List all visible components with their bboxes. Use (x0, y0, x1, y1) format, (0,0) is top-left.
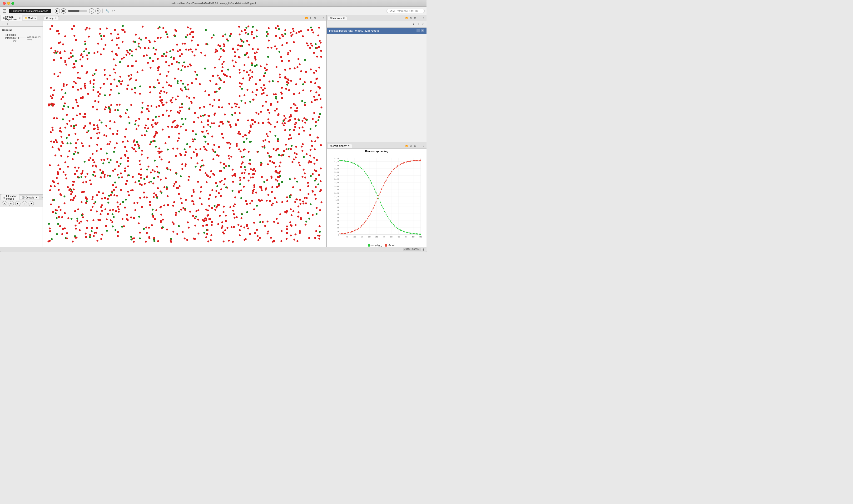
tab-models-label: Models (28, 17, 36, 19)
step-button[interactable]: ⏭ (61, 8, 66, 14)
map-close-icon[interactable]: ✕ (55, 17, 57, 19)
mon-maximize-btn[interactable]: □ (422, 16, 425, 20)
mon-btn2[interactable]: ⊞ (409, 16, 413, 20)
close-button[interactable] (3, 2, 6, 5)
a2-icon: A⃞ (10, 202, 12, 205)
console-btn-a2[interactable]: A⃞ (8, 201, 14, 206)
mon-ctrl-reload[interactable]: ↺ (417, 22, 420, 26)
rate-close-btn[interactable]: ✕ (421, 29, 424, 32)
tab-models[interactable]: 📁 Models (23, 16, 37, 20)
console-btn-a[interactable]: A (2, 201, 7, 206)
back-button[interactable]: ↩ (111, 8, 116, 13)
svg-point-94 (354, 163, 355, 164)
svg-text:100: 100 (337, 230, 339, 232)
mon-minimize-btn[interactable]: − (417, 16, 421, 20)
chart-maximize-btn[interactable]: □ (422, 144, 425, 148)
mon-ctrl-pause[interactable]: ⏸ (412, 22, 416, 26)
svg-text:200: 200 (337, 227, 339, 229)
left-panel-content: General Nb people infected at init 0005 … (0, 26, 42, 194)
search-input[interactable] (386, 9, 424, 13)
svg-point-96 (355, 164, 356, 165)
console-label: Console (25, 196, 34, 199)
chart-panel: ⊞ chart_display ✕ 📶 ⊞ ⊡ − □ Disease spre… (327, 143, 426, 247)
mon-btn3[interactable]: ⊡ (413, 16, 417, 20)
svg-point-107 (362, 224, 363, 225)
progress-bar-container[interactable] (68, 10, 87, 12)
back-nav-btn[interactable]: ← (1, 22, 5, 26)
console-cycle-btn[interactable]: ↺ (22, 201, 27, 206)
svg-point-163 (403, 162, 404, 163)
trash-icon[interactable]: 🗑 (422, 248, 424, 251)
console-x-btn[interactable]: ✖ (29, 201, 34, 206)
svg-point-122 (374, 188, 375, 190)
console-area[interactable] (0, 207, 42, 247)
svg-point-131 (380, 192, 381, 193)
param-value: 0005 [1..2147] every (26, 36, 41, 40)
edit-button[interactable] (2, 9, 7, 13)
rate-minimize-btn[interactable]: − (417, 29, 420, 32)
simulation-canvas (43, 21, 326, 247)
chart-btn2[interactable]: ⊞ (409, 144, 413, 148)
map-maximize-btn[interactable]: □ (322, 16, 325, 20)
chart-btn3[interactable]: ⊡ (413, 144, 417, 148)
svg-text:1.4,400: 1.4,400 (334, 185, 339, 187)
svg-point-133 (381, 188, 382, 190)
svg-point-110 (365, 173, 366, 174)
svg-point-112 (367, 175, 368, 176)
map-btn2[interactable]: ⊞ (309, 16, 312, 20)
svg-text:400: 400 (337, 220, 339, 222)
separator1 (53, 8, 53, 13)
svg-point-177 (413, 160, 414, 161)
svg-text:350: 350 (390, 236, 393, 238)
svg-point-143 (388, 175, 389, 176)
monitors-close-icon[interactable]: ✕ (343, 17, 345, 19)
memory-info: 457M of 800M (403, 248, 421, 251)
maximize-button[interactable] (12, 2, 14, 5)
svg-text:2,000: 2,000 (335, 164, 339, 166)
tab-chart-display[interactable]: ⊞ chart_display ✕ (328, 144, 352, 148)
forward-nav-btn[interactable]: + (6, 22, 10, 26)
monitor-tab-controls: 📶 ⊞ ⊡ − □ (405, 16, 425, 20)
infected-rate-value: 0.856078248719143 (355, 29, 379, 32)
map-container (43, 21, 326, 247)
left-panel-tab-bar: ⊞ Model model1 / Experiment main ✕ 📁 Mod… (0, 15, 42, 21)
map-minimize-btn[interactable]: − (317, 16, 321, 20)
left-panel-toolbar: ← + (0, 21, 42, 26)
svg-point-92 (352, 163, 353, 164)
svg-text:1.1,100: 1.1,100 (334, 196, 339, 198)
svg-point-76 (341, 160, 342, 161)
console-close-icon[interactable]: ✕ (36, 196, 38, 199)
svg-point-154 (397, 228, 398, 229)
svg-point-129 (378, 195, 379, 196)
svg-point-150 (394, 226, 395, 227)
main-toolbar: Experiment: 550 cycles elapsed ▶ ⏭ ↺ ✕ 🔧… (0, 7, 426, 15)
chart-minimize-btn[interactable]: − (417, 144, 421, 148)
param-slider[interactable] (17, 38, 26, 38)
svg-text:2.2,200: 2.2,200 (334, 157, 339, 159)
svg-point-114 (368, 177, 369, 178)
tab-console[interactable]: 💬 Console ✕ (20, 196, 40, 199)
svg-point-130 (380, 201, 381, 203)
tab-close-icon[interactable]: ✕ (19, 17, 21, 19)
svg-text:1.2,200: 1.2,200 (334, 192, 339, 194)
tab-interactive-console[interactable]: 🖥 Interactive console (1, 194, 19, 201)
svg-text:550: 550 (419, 236, 422, 238)
console-pause-btn[interactable]: ⏸ (15, 201, 20, 206)
stop-button[interactable]: ✕ (95, 8, 101, 14)
tab-monitors[interactable]: ⊞ Monitors ✕ (328, 16, 347, 20)
wifi-icon-btn[interactable]: 📶 (304, 16, 308, 20)
svg-point-182 (417, 233, 418, 235)
minimize-panel-btn[interactable]: − (38, 16, 42, 20)
mon-ctrl-restore[interactable]: □ (421, 22, 425, 26)
tab-map[interactable]: ⊞ map ✕ (44, 16, 59, 20)
chart-close-icon[interactable]: ✕ (348, 145, 350, 147)
play-button[interactable]: ▶ (55, 8, 60, 14)
infected-rate-controls: − ✕ (417, 29, 424, 32)
tools-button[interactable]: 🔧 (105, 8, 110, 13)
reload-button[interactable]: ↺ (89, 8, 94, 14)
mon-btn1[interactable]: 📶 (405, 16, 409, 20)
map-btn3[interactable]: ⊡ (313, 16, 317, 20)
chat-icon: 💬 (22, 196, 25, 199)
chart-btn1[interactable]: 📶 (405, 144, 409, 148)
minimize-button[interactable] (7, 2, 10, 5)
